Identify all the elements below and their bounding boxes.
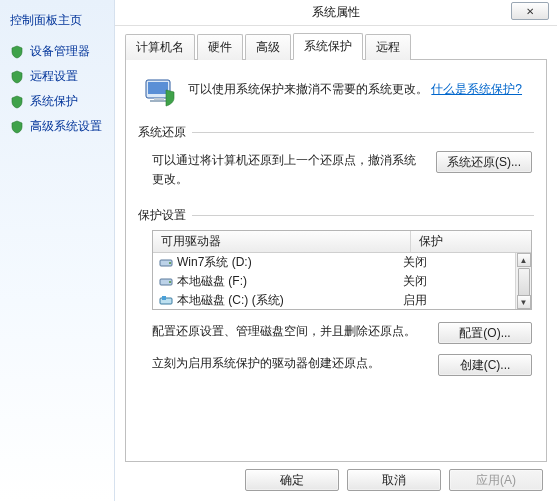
scroll-down-button[interactable]: ▼ [517, 295, 531, 309]
dialog-title: 系统属性 [312, 4, 360, 21]
group-label-restore: 系统还原 [138, 124, 534, 141]
sidebar-item-advanced-settings[interactable]: 高级系统设置 [6, 114, 108, 139]
monitor-shield-icon [142, 74, 178, 110]
drive-protection: 关闭 [395, 254, 515, 271]
close-button[interactable]: ✕ [511, 2, 549, 20]
tab-bar: 计算机名 硬件 高级 系统保护 远程 [125, 32, 547, 60]
sidebar-item-device-manager[interactable]: 设备管理器 [6, 39, 108, 64]
drive-list: 可用驱动器 保护 Win7系统 (D:) 关闭 [152, 230, 532, 310]
sidebar-title: 控制面板主页 [6, 8, 108, 39]
sidebar-item-label: 高级系统设置 [30, 118, 102, 135]
dialog-buttons: 确定 取消 应用(A) [245, 469, 543, 491]
cancel-button[interactable]: 取消 [347, 469, 441, 491]
configure-desc: 配置还原设置、管理磁盘空间，并且删除还原点。 [152, 322, 426, 341]
svg-rect-9 [162, 296, 166, 300]
close-icon: ✕ [526, 6, 534, 17]
list-item[interactable]: 本地磁盘 (F:) 关闭 [153, 272, 515, 291]
hdd-icon [159, 276, 173, 288]
apply-button[interactable]: 应用(A) [449, 469, 543, 491]
drive-protection: 启用 [395, 292, 515, 309]
create-desc: 立刻为启用系统保护的驱动器创建还原点。 [152, 354, 426, 373]
intro-row: 可以使用系统保护来撤消不需要的系统更改。 什么是系统保护? [138, 70, 534, 118]
shield-icon [10, 70, 24, 84]
system-disk-icon [159, 295, 173, 307]
list-item[interactable]: 本地磁盘 (C:) (系统) 启用 [153, 291, 515, 309]
drive-list-header: 可用驱动器 保护 [153, 231, 531, 253]
svg-rect-2 [154, 98, 164, 100]
sidebar-item-remote-settings[interactable]: 远程设置 [6, 64, 108, 89]
configure-button[interactable]: 配置(O)... [438, 322, 532, 344]
sidebar-item-label: 设备管理器 [30, 43, 90, 60]
tab-system-protection[interactable]: 系统保护 [293, 33, 363, 60]
sidebar-item-system-protection[interactable]: 系统保护 [6, 89, 108, 114]
sidebar-item-label: 系统保护 [30, 93, 78, 110]
tab-content: 可以使用系统保护来撤消不需要的系统更改。 什么是系统保护? 系统还原 可以通过将… [125, 60, 547, 462]
sidebar-item-label: 远程设置 [30, 68, 78, 85]
column-header-name[interactable]: 可用驱动器 [153, 231, 411, 252]
drive-rows: Win7系统 (D:) 关闭 本地磁盘 (F:) 关闭 [153, 253, 515, 309]
shield-icon [10, 120, 24, 134]
group-label-text: 保护设置 [138, 207, 186, 224]
shield-icon [10, 95, 24, 109]
drive-name: Win7系统 (D:) [177, 254, 252, 271]
list-item[interactable]: Win7系统 (D:) 关闭 [153, 253, 515, 272]
drive-name: 本地磁盘 (C:) (系统) [177, 292, 284, 309]
restore-row: 可以通过将计算机还原到上一个还原点，撤消系统更改。 系统还原(S)... [138, 147, 534, 201]
system-restore-button[interactable]: 系统还原(S)... [436, 151, 532, 173]
intro-text: 可以使用系统保护来撤消不需要的系统更改。 什么是系统保护? [188, 74, 522, 99]
tab-advanced[interactable]: 高级 [245, 34, 291, 60]
intro-desc: 可以使用系统保护来撤消不需要的系统更改。 [188, 82, 428, 96]
tab-hardware[interactable]: 硬件 [197, 34, 243, 60]
dialog-title-bar: 系统属性 ✕ [115, 0, 557, 26]
configure-row: 配置还原设置、管理磁盘空间，并且删除还原点。 配置(O)... [138, 320, 534, 352]
tab-computer-name[interactable]: 计算机名 [125, 34, 195, 60]
help-link[interactable]: 什么是系统保护? [431, 82, 522, 96]
tab-remote[interactable]: 远程 [365, 34, 411, 60]
scrollbar[interactable]: ▲ ▼ [515, 253, 531, 309]
svg-point-5 [169, 262, 171, 264]
svg-rect-3 [150, 100, 168, 102]
svg-rect-1 [148, 82, 168, 94]
column-header-protection[interactable]: 保护 [411, 231, 531, 252]
svg-point-7 [169, 281, 171, 283]
shield-icon [10, 45, 24, 59]
group-label-text: 系统还原 [138, 124, 186, 141]
group-label-protection: 保护设置 [138, 207, 534, 224]
scroll-up-button[interactable]: ▲ [517, 253, 531, 267]
drive-name: 本地磁盘 (F:) [177, 273, 247, 290]
sidebar: 控制面板主页 设备管理器 远程设置 系统保护 高级系统设置 [0, 0, 115, 501]
hdd-icon [159, 257, 173, 269]
restore-desc: 可以通过将计算机还原到上一个还原点，撤消系统更改。 [152, 151, 424, 189]
create-row: 立刻为启用系统保护的驱动器创建还原点。 创建(C)... [138, 352, 534, 384]
ok-button[interactable]: 确定 [245, 469, 339, 491]
dialog-area: 系统属性 ✕ 计算机名 硬件 高级 系统保护 远程 [115, 0, 557, 501]
create-button[interactable]: 创建(C)... [438, 354, 532, 376]
window: 控制面板主页 设备管理器 远程设置 系统保护 高级系统设置 [0, 0, 557, 501]
drive-protection: 关闭 [395, 273, 515, 290]
scroll-thumb[interactable] [518, 268, 530, 296]
